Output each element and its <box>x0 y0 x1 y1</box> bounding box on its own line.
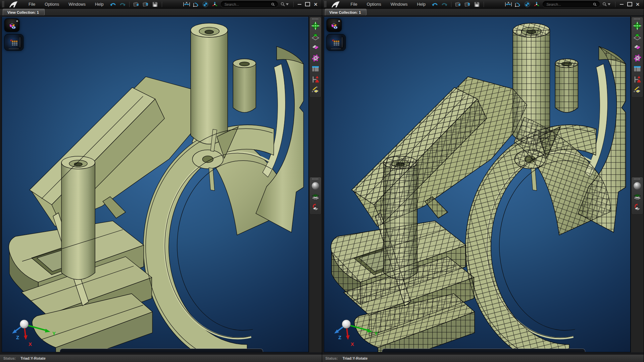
boundary-condition-icon[interactable] <box>311 75 320 84</box>
menu-bar: File Options Windows Help <box>0 0 322 9</box>
menu-windows[interactable]: Windows <box>64 0 90 8</box>
menu-bar: File Options Windows Help <box>322 0 644 9</box>
search-scope-dropdown[interactable] <box>281 2 289 6</box>
menu-items: File Options Windows Help <box>346 0 431 8</box>
mesh-layers-icon[interactable] <box>311 192 320 201</box>
surface-pick-icon[interactable] <box>311 43 320 52</box>
toolbar-grip[interactable] <box>2 1 4 7</box>
menu-options[interactable]: Options <box>362 0 386 8</box>
status-value: Triad:Y-Rotate <box>343 356 368 360</box>
menu-options[interactable]: Options <box>40 0 64 8</box>
toolbar-grip[interactable] <box>634 18 641 19</box>
menu-file[interactable]: File <box>24 0 40 8</box>
add-view-icon[interactable] <box>132 1 141 8</box>
sketch-surface-icon[interactable] <box>633 86 642 95</box>
menu-help[interactable]: Help <box>90 0 108 8</box>
search-input[interactable] <box>224 2 271 7</box>
measure-angle-icon[interactable] <box>513 1 523 8</box>
view-triad[interactable]: Z X Y <box>332 316 381 349</box>
element-on-face-icon[interactable] <box>633 32 642 41</box>
close-button[interactable]: ✕ <box>312 1 320 7</box>
app-logo-icon <box>330 1 341 8</box>
toolbar-grip[interactable] <box>324 1 327 7</box>
zoom-sphere-icon[interactable] <box>201 1 210 8</box>
triad-y-label: Y <box>375 330 378 336</box>
table-icon[interactable] <box>633 64 642 73</box>
promote-view-icon[interactable] <box>141 1 150 8</box>
triad-x-label: X <box>29 341 32 347</box>
toolbar-separator <box>129 2 130 7</box>
toolbar-grip[interactable] <box>634 178 641 179</box>
search-scope-dropdown[interactable] <box>602 2 610 6</box>
triad-z-label: Z <box>16 334 19 340</box>
collapse-chevrons-icon[interactable]: « <box>16 19 18 23</box>
shaded-sphere-icon[interactable] <box>311 182 320 190</box>
measure-distance-icon[interactable] <box>504 1 513 8</box>
main-area: « <box>322 16 644 354</box>
app-window-left: File Options Windows Help <box>0 0 322 362</box>
visibility-cube-button[interactable]: « <box>4 18 19 32</box>
view-triad[interactable]: Z X Y <box>10 316 59 349</box>
viewport-3d[interactable]: « <box>2 16 309 352</box>
undo-icon[interactable] <box>108 1 118 8</box>
model-table-icon <box>9 38 19 47</box>
toolbar-grip[interactable] <box>312 178 319 179</box>
menu-windows[interactable]: Windows <box>386 0 412 8</box>
search-box[interactable] <box>543 1 600 7</box>
minimize-button[interactable] <box>617 1 626 7</box>
main-area: « <box>0 16 322 354</box>
redo-icon[interactable] <box>118 1 127 8</box>
bottom-tray-handle[interactable] <box>60 349 263 352</box>
search-input[interactable] <box>546 2 593 7</box>
model-browser-button[interactable] <box>327 34 346 51</box>
sketch-surface-icon[interactable] <box>311 86 320 95</box>
node-pick-icon[interactable] <box>311 54 320 62</box>
toolbar-separator <box>484 2 484 7</box>
menu-file[interactable]: File <box>346 0 362 8</box>
maximize-button[interactable] <box>626 1 634 7</box>
snap-grid-icon[interactable] <box>633 21 642 30</box>
surface-flip-icon[interactable] <box>633 203 642 212</box>
search-box[interactable] <box>221 1 278 7</box>
redo-icon[interactable] <box>440 1 449 8</box>
promote-view-icon[interactable] <box>463 1 472 8</box>
measure-angle-icon[interactable] <box>191 1 201 8</box>
zoom-sphere-icon[interactable] <box>523 1 532 8</box>
minimize-button[interactable] <box>296 1 304 7</box>
model-canvas[interactable] <box>324 17 631 352</box>
snap-grid-icon[interactable] <box>311 21 320 30</box>
model-canvas[interactable] <box>2 17 308 352</box>
measure-distance-icon[interactable] <box>182 1 191 8</box>
mesh-layers-icon[interactable] <box>633 192 642 201</box>
boundary-condition-icon[interactable] <box>633 75 642 84</box>
orientation-triad-icon[interactable] <box>532 1 541 8</box>
tab-view-collection[interactable]: View Collection: 1 <box>3 9 45 15</box>
undo-icon[interactable] <box>430 1 440 8</box>
orientation-triad-icon[interactable] <box>210 1 219 8</box>
visibility-cube-button[interactable]: « <box>327 18 342 32</box>
element-on-face-icon[interactable] <box>311 32 320 41</box>
maximize-button[interactable] <box>304 1 312 7</box>
model-table-icon <box>331 38 341 47</box>
desktop: File Options Windows Help <box>0 0 644 362</box>
add-view-icon[interactable] <box>453 1 463 8</box>
close-button[interactable]: ✕ <box>634 1 642 7</box>
toolbar-grip[interactable] <box>312 18 319 19</box>
status-label: Status: <box>3 356 16 360</box>
bottom-tray-handle[interactable] <box>382 349 585 352</box>
viewport-3d[interactable]: « <box>324 16 631 352</box>
save-icon[interactable] <box>472 1 482 8</box>
node-pick-icon[interactable] <box>633 54 642 62</box>
surface-pick-icon[interactable] <box>633 43 642 52</box>
menu-help[interactable]: Help <box>412 0 430 8</box>
surface-flip-icon[interactable] <box>311 203 320 212</box>
collapse-chevrons-icon[interactable]: « <box>338 19 340 23</box>
table-icon[interactable] <box>311 64 320 73</box>
tab-view-collection[interactable]: View Collection: 1 <box>325 9 367 15</box>
side-toolbar-group-1 <box>309 17 321 98</box>
shaded-sphere-icon[interactable] <box>633 182 642 190</box>
mesh-overlay <box>331 23 626 352</box>
save-icon[interactable] <box>150 1 160 8</box>
visibility-cube-icon <box>330 21 338 30</box>
model-browser-button[interactable] <box>4 34 23 51</box>
